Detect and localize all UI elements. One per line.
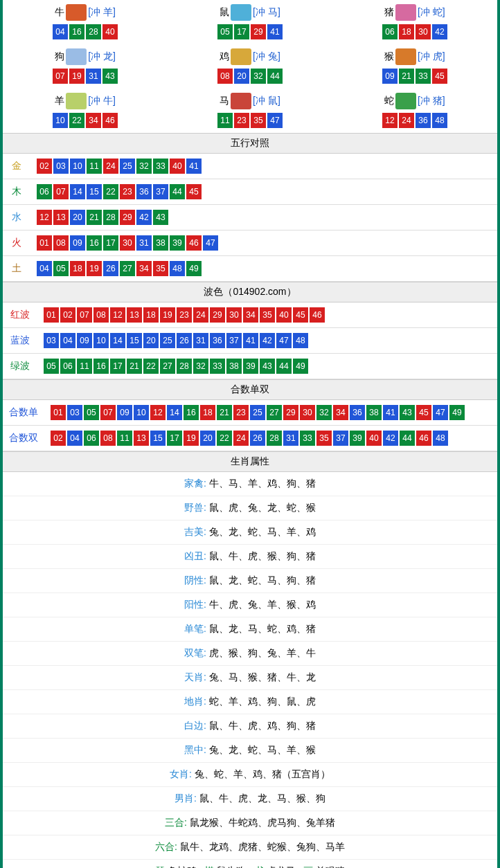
number-ball: 42	[260, 333, 275, 348]
number-ball: 20	[70, 210, 85, 225]
number-ball: 49	[449, 405, 465, 420]
shengxiao-header: 生肖属性	[3, 451, 497, 472]
row-numbers: 0204060811131517192022242628313335373940…	[44, 426, 497, 451]
number-ball: 45	[186, 184, 202, 199]
number-ball: 24	[399, 113, 414, 128]
attr-value: 牛、虎、兔、羊、猴、鸡	[209, 599, 316, 610]
attr-label: 阴性:	[184, 575, 206, 586]
attr-label: 六合:	[155, 841, 177, 852]
number-ball: 02	[60, 307, 75, 323]
number-ball: 29	[251, 24, 266, 39]
number-ball: 42	[383, 431, 398, 446]
number-ball: 28	[103, 210, 118, 225]
footer-row: 琴:兔蛇鸡 棋:鼠牛狗 书:虎龙马 画:羊猴猪	[3, 860, 497, 868]
number-ball: 01	[37, 235, 52, 251]
number-ball: 47	[433, 405, 448, 420]
footer-label: 画:	[303, 865, 316, 868]
number-ball: 47	[267, 113, 283, 128]
zodiac-cell: 羊[冲 牛]10223446	[3, 89, 168, 133]
number-ball: 09	[77, 333, 92, 348]
number-ball: 26	[177, 333, 192, 348]
number-ball: 32	[136, 159, 152, 174]
number-ball: 23	[234, 113, 249, 128]
number-ball: 23	[120, 184, 135, 199]
zodiac-icon	[395, 93, 416, 109]
footer-value: 虎龙马	[267, 865, 296, 868]
number-ball: 04	[53, 24, 68, 39]
zodiac-name: 鸡	[220, 51, 229, 63]
number-ball: 33	[416, 69, 431, 84]
zodiac-icon	[231, 4, 251, 21]
number-ball: 09	[117, 405, 132, 420]
number-ball: 42	[136, 210, 152, 225]
number-ball: 13	[134, 431, 149, 446]
number-ball: 34	[86, 113, 101, 128]
number-ball: 04	[67, 431, 82, 446]
row-label: 红波	[3, 302, 37, 328]
attr-value: 鼠牛、龙鸡、虎猪、蛇猴、兔狗、马羊	[180, 841, 345, 852]
attr-label: 女肖:	[170, 768, 192, 779]
number-ball: 36	[350, 405, 365, 420]
table-row: 水1213202128294243	[3, 205, 497, 230]
footer-value: 兔蛇鸡	[168, 865, 197, 868]
number-ball: 17	[103, 235, 118, 251]
number-ball: 36	[416, 113, 431, 128]
row-numbers: 04051819262734354849	[30, 256, 497, 282]
number-ball: 15	[87, 184, 102, 199]
number-ball: 15	[127, 333, 142, 348]
number-ball: 44	[276, 359, 292, 374]
attr-label: 天肖:	[184, 671, 206, 682]
zodiac-clash: [冲 虎]	[418, 51, 445, 63]
number-ball: 31	[136, 235, 152, 251]
row-label: 木	[3, 179, 30, 205]
number-ball: 24	[193, 307, 208, 323]
number-ball: 43	[153, 210, 168, 225]
number-ball: 12	[382, 113, 398, 128]
number-ball: 11	[217, 113, 233, 128]
attr-row: 黑中: 兔、龙、蛇、马、羊、猴	[3, 739, 497, 763]
number-ball: 09	[70, 235, 85, 251]
number-ball: 47	[276, 333, 292, 348]
footer-label: 书:	[254, 865, 267, 868]
number-ball: 35	[153, 261, 168, 276]
number-ball: 12	[110, 307, 125, 323]
attr-row: 地肖: 蛇、羊、鸡、狗、鼠、虎	[3, 690, 497, 714]
number-ball: 32	[316, 405, 332, 420]
number-ball: 48	[433, 431, 448, 446]
number-ball: 35	[251, 113, 266, 128]
attr-row: 天肖: 兔、马、猴、猪、牛、龙	[3, 666, 497, 690]
zodiac-clash: [冲 蛇]	[418, 6, 445, 19]
number-ball: 43	[400, 405, 415, 420]
attr-value: 鼠、龙、马、蛇、鸡、猪	[209, 623, 316, 634]
attr-value: 兔、龙、蛇、马、羊、猴	[209, 744, 316, 755]
number-ball: 28	[86, 24, 101, 39]
number-ball: 48	[293, 333, 308, 348]
zodiac-numbers: 09213345	[332, 68, 497, 84]
zodiac-icon	[66, 48, 87, 65]
number-ball: 29	[210, 307, 225, 323]
row-numbers: 0102070812131819232429303435404546	[37, 302, 497, 328]
row-label: 蓝波	[3, 328, 37, 354]
number-ball: 19	[87, 261, 102, 276]
number-ball: 20	[234, 69, 249, 84]
attr-row: 家禽: 牛、马、羊、鸡、狗、猪	[3, 472, 497, 496]
number-ball: 06	[382, 24, 398, 39]
number-ball: 03	[53, 159, 69, 174]
number-ball: 11	[87, 159, 102, 174]
zodiac-icon	[231, 48, 251, 65]
number-ball: 28	[267, 431, 282, 446]
number-ball: 18	[70, 261, 85, 276]
number-ball: 11	[77, 359, 92, 374]
number-ball: 10	[134, 405, 149, 420]
zodiac-cell: 鼠[冲 马]05172941	[168, 0, 332, 44]
number-ball: 34	[333, 405, 348, 420]
number-ball: 02	[51, 431, 66, 446]
attr-value: 虎、猴、狗、兔、羊、牛	[209, 647, 316, 658]
number-ball: 20	[200, 431, 215, 446]
number-ball: 23	[233, 405, 249, 420]
number-ball: 30	[120, 235, 135, 251]
number-ball: 41	[383, 405, 398, 420]
row-label: 土	[3, 256, 30, 282]
number-ball: 25	[120, 159, 135, 174]
attr-label: 吉美:	[184, 526, 206, 537]
